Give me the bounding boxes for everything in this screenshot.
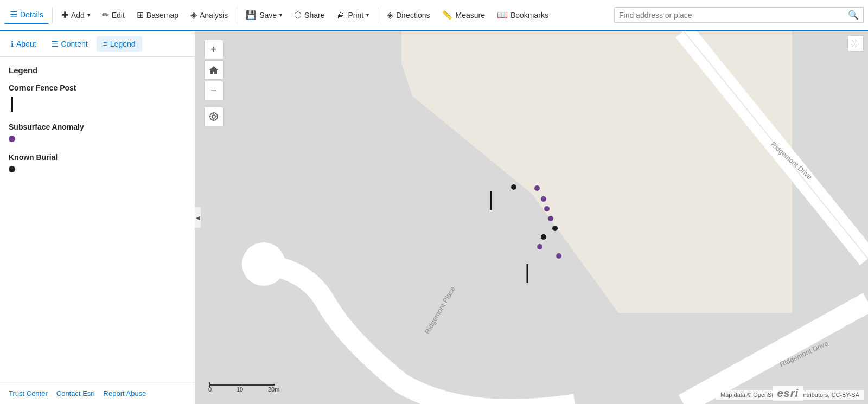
scale-bar-svg: 0 10 20m [204,377,280,394]
svg-point-8 [511,184,516,190]
bookmarks-button[interactable]: 📖 Bookmarks [492,7,554,23]
svg-point-13 [552,226,558,231]
legend-title: Legend [9,66,186,75]
map-controls: + − [204,40,224,126]
svg-point-9 [534,185,540,191]
main-layout: ℹ About ☰ Content ≡ Legend ◀ Legend Corn… [0,31,868,404]
scale-bar: 0 10 20m [204,377,280,395]
svg-point-16 [556,253,561,259]
svg-point-11 [544,206,550,211]
tab-content[interactable]: ☰ Content [45,36,94,52]
home-button[interactable] [204,60,224,80]
search-box[interactable]: 🔍 [614,7,864,23]
directions-icon: ◈ [387,10,393,20]
add-button[interactable]: ✚ Add ▾ [56,7,95,23]
legend-icon: ≡ [103,40,107,48]
directions-button[interactable]: ◈ Directions [381,7,435,23]
toolbar: ☰ Details ✚ Add ▾ ✏ Edit ⊞ Basemap ◈ Ana… [0,0,868,31]
measure-button[interactable]: 📏 Measure [436,7,490,23]
measure-icon: 📏 [442,10,452,20]
svg-point-15 [537,244,542,249]
basemap-icon: ⊞ [137,10,144,20]
subsurface-anomaly-label: Subsurface Anomaly [9,123,186,131]
content-icon: ☰ [52,40,59,48]
share-button[interactable]: ⬡ Share [289,7,330,23]
search-icon: 🔍 [848,10,859,20]
legend-section-subsurface-anomaly: Subsurface Anomaly [9,123,186,142]
divider-1 [52,7,53,23]
svg-point-12 [548,216,553,221]
collapse-arrow-icon: ◀ [196,215,200,221]
locate-icon [209,112,219,121]
about-icon: ℹ [11,40,14,48]
print-dropdown-icon: ▾ [366,12,369,18]
divider-2 [237,7,237,23]
tab-legend[interactable]: ≡ Legend [97,36,142,52]
map-area[interactable]: Ridgemont Drive Ridgemont Place Ridgemon… [195,31,868,404]
corner-fence-post-symbol [11,97,13,112]
zoom-in-button[interactable]: + [204,40,224,59]
svg-text:10: 10 [237,386,243,393]
fullscreen-button[interactable] [847,35,864,52]
known-burial-item [9,166,186,172]
basemap-button[interactable]: ⊞ Basemap [131,7,184,23]
add-icon: ✚ [61,10,68,20]
save-button[interactable]: 💾 Save ▾ [240,7,288,23]
known-burial-symbol [9,166,15,172]
locate-button[interactable] [204,107,224,126]
fullscreen-icon [852,40,859,47]
print-icon: 🖨 [336,10,345,20]
details-icon: ☰ [10,9,17,20]
share-icon: ⬡ [294,10,302,20]
left-panel: ℹ About ☰ Content ≡ Legend ◀ Legend Corn… [0,31,195,404]
svg-text:0: 0 [208,386,212,393]
collapse-panel-handle[interactable]: ◀ [195,207,201,228]
svg-point-5 [242,242,285,286]
svg-text:20m: 20m [268,386,279,393]
search-input[interactable] [619,11,848,20]
trust-center-link[interactable]: Trust Center [9,389,48,397]
bookmarks-icon: 📖 [497,10,508,20]
svg-point-20 [210,113,218,120]
save-dropdown-icon: ▾ [279,12,282,18]
report-abuse-link[interactable]: Report Abuse [104,389,146,397]
svg-point-21 [212,115,215,118]
add-dropdown-icon: ▾ [87,12,90,18]
save-icon: 💾 [246,10,257,20]
panel-footer: Trust Center Contact Esri Report Abuse [0,382,195,404]
divider-3 [378,7,378,23]
edit-button[interactable]: ✏ Edit [97,7,130,23]
legend-section-corner-fence-post: Corner Fence Post [9,84,186,112]
svg-point-14 [541,234,546,240]
subsurface-anomaly-symbol [9,136,15,142]
corner-fence-post-label: Corner Fence Post [9,84,186,92]
home-icon [209,65,219,75]
analysis-button[interactable]: ◈ Analysis [185,7,233,23]
corner-fence-post-item [9,97,186,112]
svg-point-10 [541,196,546,202]
tabs-row: ℹ About ☰ Content ≡ Legend [0,31,195,57]
analysis-icon: ◈ [190,10,197,20]
map-svg: Ridgemont Drive Ridgemont Place Ridgemon… [195,31,868,404]
tab-about[interactable]: ℹ About [4,36,43,52]
edit-icon: ✏ [102,10,109,20]
contact-esri-link[interactable]: Contact Esri [56,389,95,397]
esri-logo: esri [773,386,803,401]
zoom-out-button[interactable]: − [204,81,224,100]
print-button[interactable]: 🖨 Print ▾ [331,7,374,23]
legend-section-known-burial: Known Burial [9,153,186,172]
details-button[interactable]: ☰ Details [4,6,49,24]
subsurface-anomaly-item [9,136,186,142]
legend-content: Legend Corner Fence Post Subsurface Anom… [0,57,195,382]
known-burial-label: Known Burial [9,153,186,162]
